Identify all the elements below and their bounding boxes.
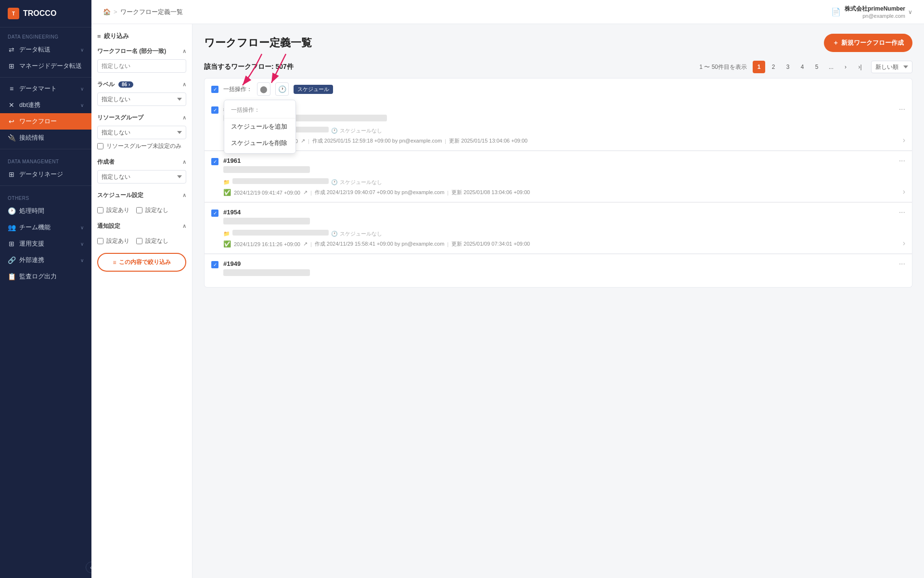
sort-select[interactable]: 新しい順 古い順: [871, 61, 912, 73]
chevron-icon: ∨: [80, 258, 84, 263]
folder-icon: 📁: [223, 179, 230, 185]
sidebar-collapse-button[interactable]: «: [86, 562, 91, 573]
page-btn-5[interactable]: 5: [810, 61, 823, 73]
last-run-1954: 2024/11/29 16:11:26 +09:00: [234, 241, 300, 247]
nav-button-1964[interactable]: ›: [903, 136, 905, 144]
bulk-schedule-button[interactable]: 🕐: [275, 82, 289, 96]
sidebar-item-operations[interactable]: ⊞ 運用支援 ∨: [0, 236, 91, 252]
creator-select[interactable]: 指定しない: [97, 170, 186, 184]
page-btn-next[interactable]: ›: [839, 61, 852, 73]
sidebar-item-audit-log[interactable]: 📋 監査ログ出力: [0, 268, 91, 285]
workflow-checkbox-1961[interactable]: ✓: [211, 157, 218, 196]
filter-section-schedule: スケジュール設定 ∧ 設定あり 設定なし: [97, 191, 186, 214]
notification-no-row[interactable]: 設定なし: [136, 237, 168, 245]
schedule-no-checkbox[interactable]: [136, 207, 142, 213]
more-button-1964[interactable]: ···: [899, 105, 905, 113]
resource-group-unset-checkbox[interactable]: [97, 143, 103, 149]
chevron-icon: ∨: [80, 47, 84, 53]
filter-section-workflow-name: ワークフロー名 (部分一致) ∧: [97, 47, 186, 73]
plus-icon: ＋: [833, 39, 839, 47]
workflow-actions-1961: ··· ›: [894, 157, 905, 196]
schedule-none-1954: 🕐 スケジュールなし: [331, 230, 382, 237]
apply-filter-button[interactable]: ≡ この内容で絞り込み: [97, 253, 186, 272]
section-label-others: Others: [0, 189, 91, 203]
nav-button-1954[interactable]: ›: [903, 239, 905, 248]
workflow-folder-1954: [232, 230, 329, 236]
sidebar-item-managed-transfer[interactable]: ⊞ マネージドデータ転送: [0, 58, 91, 74]
bulk-dropdown-menu: 一括操作： スケジュールを追加 スケジュールを削除: [224, 100, 296, 154]
filter-section-header-workflow-name[interactable]: ワークフロー名 (部分一致) ∧: [97, 47, 186, 55]
schedule-yes-checkbox[interactable]: [97, 207, 103, 213]
page-btn-last[interactable]: ›|: [854, 61, 866, 73]
nav-button-1961[interactable]: ›: [903, 187, 905, 196]
workflow-card-1964: ✓ #1964 📁 🕐: [204, 100, 912, 151]
sidebar-item-label: データリネージ: [19, 170, 63, 179]
pagination: 1 〜 50件目を表示 1 2 3 4 5 ... › ›|: [699, 61, 866, 73]
schedule-none-1964: 🕐 スケジュールなし: [331, 127, 382, 134]
notification-yes-row[interactable]: 設定あり: [97, 237, 129, 245]
breadcrumb-current: ワークフロー定義一覧: [120, 8, 183, 16]
workflow-id-1961: #1961: [223, 157, 241, 164]
badge-arrow-icon: ›: [128, 82, 130, 87]
workflow-name-input[interactable]: [97, 59, 186, 73]
page-btn-3[interactable]: 3: [782, 61, 794, 73]
external-link-icon[interactable]: ↗: [301, 138, 305, 144]
workflow-footer-1964: ⊗ 2025/01/15 13:04:53 +09:00 ↗ | 作成 2025…: [223, 137, 894, 144]
notification-no-checkbox[interactable]: [136, 238, 142, 244]
chevron-icon: ∨: [80, 86, 84, 92]
label-select[interactable]: 指定しない: [97, 92, 186, 106]
filter-section-header-resource-group[interactable]: リソースグループ ∧: [97, 114, 186, 122]
more-button-1949[interactable]: ···: [899, 260, 905, 268]
filter-section-header-schedule[interactable]: スケジュール設定 ∧: [97, 191, 186, 199]
workflow-content-1961: #1961 📁 🕐 スケジュールなし: [223, 157, 894, 196]
notification-icon[interactable]: 📄: [831, 7, 841, 16]
user-info[interactable]: 株式会社primeNumber pn@example.com ∨: [845, 5, 912, 19]
filter-section-header-label[interactable]: ラベル 86 › ∧: [97, 80, 186, 89]
page-btn-2[interactable]: 2: [767, 61, 780, 73]
sidebar-item-workflow[interactable]: ↩ ワークフロー: [0, 113, 91, 130]
resource-group-unset-row[interactable]: リソースグループ未設定のみ: [97, 142, 186, 150]
filter-label-resource-group: リソースグループ: [97, 114, 143, 122]
workflow-checkbox-1949[interactable]: ✓: [211, 260, 218, 281]
external-link-icon[interactable]: ↗: [303, 241, 308, 247]
chevron-icon: ∧: [182, 159, 186, 165]
home-icon[interactable]: 🏠: [103, 8, 111, 15]
external-link-icon[interactable]: ↗: [303, 189, 308, 196]
notification-yes-label: 設定あり: [106, 237, 129, 245]
sidebar-item-connection[interactable]: 🔌 接続情報: [0, 130, 91, 146]
resource-group-select[interactable]: 指定しない: [97, 126, 186, 139]
schedule-no-row[interactable]: 設定なし: [136, 206, 168, 214]
filter-section-header-notification[interactable]: 通知設定 ∧: [97, 222, 186, 230]
dropdown-item-add-schedule[interactable]: スケジュールを追加: [224, 118, 295, 135]
sidebar-item-external[interactable]: 🔗 外部連携 ∨: [0, 252, 91, 268]
sidebar-item-dbt[interactable]: ✕ dbt連携 ∨: [0, 97, 91, 113]
team-icon: 👥: [8, 223, 15, 231]
sidebar-item-label: 運用支援: [19, 239, 44, 248]
clock-icon: 🕐: [8, 207, 15, 215]
workflow-checkbox-1964[interactable]: ✓: [211, 105, 218, 144]
page-btn-4[interactable]: 4: [796, 61, 808, 73]
more-button-1954[interactable]: ···: [899, 209, 905, 216]
schedule-yes-row[interactable]: 設定あり: [97, 206, 129, 214]
label-count-badge[interactable]: 86 ›: [118, 81, 133, 88]
bulk-toggle-button[interactable]: ⬤: [257, 82, 270, 96]
content-area: ≡ 絞り込み ワークフロー名 (部分一致) ∧ ラベル 86: [91, 24, 924, 578]
page-btn-1[interactable]: 1: [753, 61, 765, 73]
new-workflow-button[interactable]: ＋ 新規ワークフロー作成: [824, 34, 912, 52]
notification-yes-checkbox[interactable]: [97, 238, 103, 244]
sidebar-item-data-lineage[interactable]: ⊞ データリネージ: [0, 166, 91, 183]
filter-section-header-creator[interactable]: 作成者 ∧: [97, 158, 186, 166]
sidebar-item-processing-time[interactable]: 🕐 処理時間: [0, 203, 91, 219]
sidebar-item-datamart[interactable]: ≡ データマート ∨: [0, 80, 91, 97]
filter-section-resource-group: リソースグループ ∧ 指定しない リソースグループ未設定のみ: [97, 114, 186, 150]
workflow-checkbox-1954[interactable]: ✓: [211, 209, 218, 248]
dropdown-item-remove-schedule[interactable]: スケジュールを削除: [224, 135, 295, 151]
user-dropdown-icon[interactable]: ∨: [908, 9, 912, 15]
sidebar-item-label: dbt連携: [19, 101, 40, 109]
workflow-header-1954: #1954: [223, 209, 894, 216]
sidebar-item-data-transfer[interactable]: ⇄ データ転送 ∨: [0, 41, 91, 58]
select-all-checkbox[interactable]: ✓: [211, 86, 218, 93]
more-button-1961[interactable]: ···: [899, 157, 905, 165]
workflow-name-1961: [223, 166, 310, 173]
sidebar-item-team[interactable]: 👥 チーム機能 ∨: [0, 219, 91, 236]
